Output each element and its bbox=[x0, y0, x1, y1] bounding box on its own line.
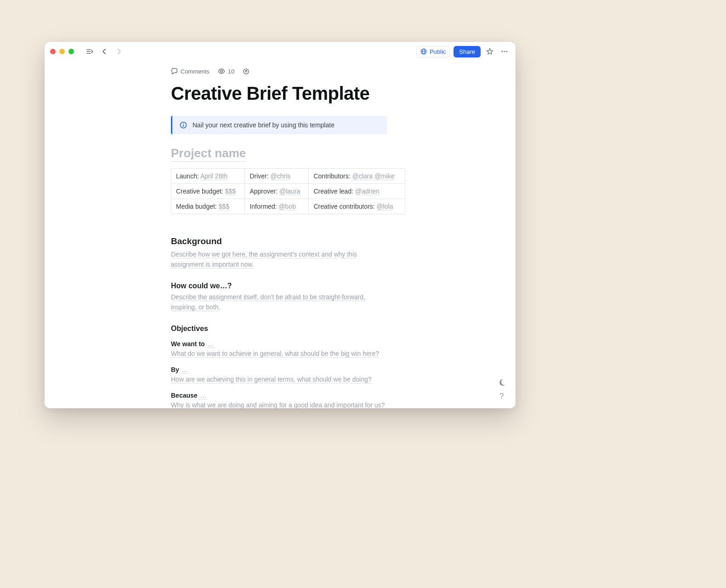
question-mark-icon: ? bbox=[500, 392, 504, 400]
titlebar: Public Share bbox=[45, 42, 516, 61]
titlebar-right: Public Share bbox=[416, 46, 510, 57]
callout: Nail your next creative brief by using t… bbox=[171, 116, 387, 134]
svg-point-8 bbox=[504, 51, 505, 52]
app-window: Public Share Comments 10 bbox=[45, 42, 516, 408]
cell-creative-lead[interactable]: Creative lead: @adrien bbox=[309, 184, 405, 199]
callout-text: Nail your next creative brief by using t… bbox=[193, 121, 335, 129]
cell-media-budget[interactable]: Media budget: $$$ bbox=[171, 199, 245, 214]
traffic-lights bbox=[50, 49, 74, 54]
section-objectives: Objectives We want to … What do we want … bbox=[171, 325, 387, 408]
titlebar-left bbox=[50, 46, 125, 57]
objective-item: By … bbox=[171, 366, 387, 373]
table-row: Launch: April 28th Driver: @chris Contri… bbox=[171, 169, 405, 184]
background-heading: Background bbox=[171, 236, 387, 246]
chevron-right-icon bbox=[116, 48, 122, 55]
nav-back-button[interactable] bbox=[99, 46, 110, 57]
svg-point-9 bbox=[506, 51, 508, 52]
objective-prompt[interactable]: Why is what we are doing and aiming for … bbox=[171, 401, 385, 408]
share-button[interactable]: Share bbox=[454, 46, 481, 57]
window-minimize-button[interactable] bbox=[59, 49, 65, 54]
public-label: Public bbox=[430, 48, 446, 55]
svg-point-7 bbox=[502, 51, 503, 52]
favorite-button[interactable] bbox=[484, 46, 495, 57]
moon-icon bbox=[498, 379, 505, 386]
how-could-we-heading: How could we…? bbox=[171, 282, 387, 290]
comments-label: Comments bbox=[181, 68, 210, 75]
cell-contributors[interactable]: Contributors: @clara @mike bbox=[309, 169, 405, 184]
svg-point-10 bbox=[221, 70, 222, 72]
share-link-button[interactable] bbox=[243, 68, 250, 75]
help-button[interactable]: ? bbox=[496, 391, 507, 402]
public-chip[interactable]: Public bbox=[416, 46, 450, 57]
window-zoom-button[interactable] bbox=[68, 49, 74, 54]
section-how-could-we: How could we…? Describe the assignment i… bbox=[171, 282, 387, 313]
cell-driver[interactable]: Driver: @chris bbox=[245, 169, 309, 184]
comment-icon bbox=[171, 68, 178, 75]
globe-icon bbox=[420, 48, 427, 55]
page-title: Creative Brief Template bbox=[171, 83, 387, 104]
objective-prompt[interactable]: How are we achieving this in general ter… bbox=[171, 376, 372, 383]
comments-button[interactable]: Comments bbox=[171, 68, 210, 75]
svg-marker-6 bbox=[487, 49, 493, 55]
document: Comments 10 Creative Brief Template Nail… bbox=[171, 68, 387, 408]
star-icon bbox=[486, 48, 493, 55]
table-row: Creative budget: $$$ Approver: @laura Cr… bbox=[171, 184, 405, 199]
doc-meta-row: Comments 10 bbox=[171, 68, 387, 75]
share-arrow-icon bbox=[243, 68, 250, 75]
objective-prompt[interactable]: What do we want to achieve in general, w… bbox=[171, 350, 379, 358]
chevron-left-icon bbox=[101, 48, 108, 55]
window-close-button[interactable] bbox=[50, 49, 56, 54]
info-table: Launch: April 28th Driver: @chris Contri… bbox=[171, 168, 405, 214]
share-label: Share bbox=[459, 48, 475, 55]
intercom-button[interactable] bbox=[496, 377, 507, 388]
dots-horizontal-icon bbox=[501, 48, 508, 55]
objective-item: Because … bbox=[171, 392, 387, 399]
objective-item: We want to … bbox=[171, 340, 387, 348]
more-options-button[interactable] bbox=[499, 46, 510, 57]
table-row: Media budget: $$$ Informed: @bob Creativ… bbox=[171, 199, 405, 214]
eye-icon bbox=[218, 68, 225, 75]
cell-informed[interactable]: Informed: @bob bbox=[245, 199, 309, 214]
objectives-heading: Objectives bbox=[171, 325, 387, 333]
views-count: 10 bbox=[228, 68, 234, 75]
nav-forward-button[interactable] bbox=[113, 46, 125, 57]
background-prompt[interactable]: Describe how we got here, the assignment… bbox=[171, 251, 357, 268]
how-could-we-prompt[interactable]: Describe the assignment itself, don't be… bbox=[171, 293, 365, 311]
section-background: Background Describe how we got here, the… bbox=[171, 236, 387, 270]
info-icon bbox=[180, 121, 187, 129]
project-name-placeholder[interactable]: Project name bbox=[171, 146, 246, 162]
cell-creative-contributors[interactable]: Creative contributors: @lola bbox=[309, 199, 405, 214]
content-area: Comments 10 Creative Brief Template Nail… bbox=[45, 61, 516, 408]
sidebar-icon bbox=[86, 48, 93, 55]
cell-approver[interactable]: Approver: @laura bbox=[245, 184, 309, 199]
views-indicator[interactable]: 10 bbox=[218, 68, 234, 75]
sidebar-toggle-button[interactable] bbox=[84, 46, 95, 57]
cell-launch[interactable]: Launch: April 28th bbox=[171, 169, 245, 184]
cell-creative-budget[interactable]: Creative budget: $$$ bbox=[171, 184, 245, 199]
